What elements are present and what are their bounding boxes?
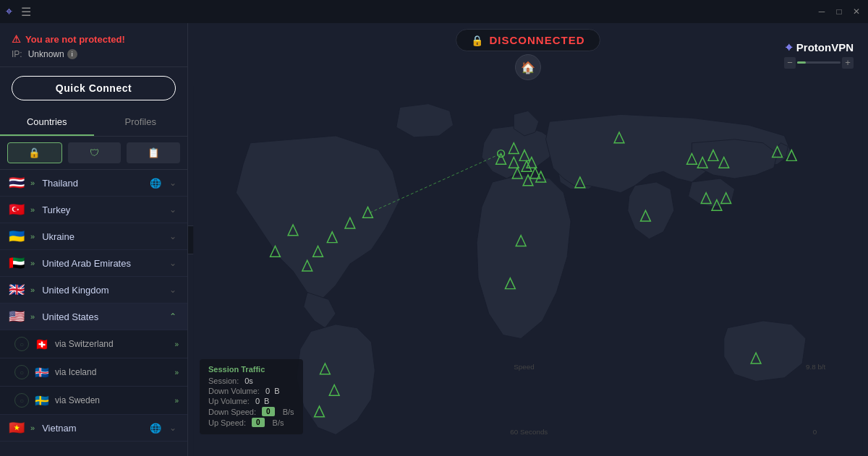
arrow-thailand: » [30,178,35,187]
tab-profiles[interactable]: Profiles [94,109,188,136]
chevron-uk: ⌄ [167,284,179,296]
titlebar: ⌖ ☰ ─ □ ✕ [0,0,868,23]
country-item-uk[interactable]: 🇬🇧 » United Kingdom ⌄ [0,277,187,304]
chevron-turkey: ⌄ [167,204,179,215]
stat-up-vol: Up Volume: 0 B [208,397,294,405]
arrow-uk: » [30,285,35,294]
map-area[interactable]: Speed 9.8 b/t 60 Seconds 0 Session Traff… [188,86,868,456]
stat-up-vol-label: Up Volume: [208,397,250,405]
stat-up-speed-unit: B/s [271,418,284,427]
via-arrow-is: » [174,369,179,377]
shield-filter-icon: 🛡 [90,147,99,158]
protonvpn-brand: ⌖ ProtonVPN − + [784,41,854,69]
stat-down-vol: Down Volume: 0 B [208,387,294,395]
chevron-uae: ⌄ [167,257,179,269]
zoom-controls: − + [784,57,854,69]
titlebar-controls: ─ □ ✕ [816,6,862,17]
country-item-ukraine[interactable]: 🇺🇦 » Ukraine ⌄ [0,223,187,250]
via-arrow-ch: » [174,340,179,348]
close-button[interactable]: ✕ [851,6,862,17]
sub-label-is: via Iceland [55,367,169,377]
svg-text:60 Seconds: 60 Seconds [510,428,548,436]
stat-down-speed-label: Down Speed: [208,408,256,416]
ip-info-icon[interactable]: i [67,49,77,59]
sub-item-us-ch[interactable]: ○ 🇨🇭 via Switzerland » [0,330,187,358]
svg-text:Speed: Speed [514,363,534,371]
ip-value: Unknown [28,49,64,59]
stat-up-speed-label: Up Speed: [208,418,246,427]
flag-turkey: 🇹🇷 [9,204,25,215]
hamburger-icon[interactable]: ☰ [21,5,31,19]
country-item-vietnam[interactable]: 🇻🇳 » Vietnam 🌐 ⌄ [0,415,187,442]
zoom-bar [797,61,841,64]
sub-label-se: via Sweden [55,395,169,405]
arrow-uae: » [30,259,35,267]
stat-session: Session: 0s [208,377,294,385]
stat-down-vol-value: 0 B [265,387,294,395]
country-name-vietnam: Vietnam [42,423,144,434]
proton-logo-icon: ⌖ [6,5,12,18]
arrow-turkey: » [30,205,35,214]
arrow-us: » [30,312,35,321]
country-name-uk: United Kingdom [42,285,161,296]
sub-item-us-is[interactable]: ○ 🇮🇸 via Iceland » [0,358,187,387]
quick-connect-button[interactable]: Quick Connect [12,76,176,100]
protection-status-text: You are not protected! [25,34,125,45]
zoom-out-button[interactable]: − [784,57,796,69]
zoom-fill [797,61,806,64]
country-item-us[interactable]: 🇺🇸 » United States ⌃ [0,304,187,330]
stats-title: Session Traffic [208,365,294,374]
flag-se: 🇸🇪 [35,394,49,408]
zoom-in-button[interactable]: + [842,57,854,69]
globe-icon-vietnam: 🌐 [150,422,161,434]
filter-server-button[interactable]: 📋 [127,142,180,163]
country-name-ukraine: Ukraine [42,231,161,242]
country-item-uae[interactable]: 🇦🇪 » United Arab Emirates ⌄ [0,250,187,277]
arrow-vietnam: » [30,423,35,432]
country-name-uae: United Arab Emirates [42,258,161,269]
arrow-ukraine: » [30,232,35,241]
ip-row: IP: Unknown i [12,49,176,59]
country-name-turkey: Turkey [42,205,161,215]
minimize-button[interactable]: ─ [816,6,827,17]
stat-down-speed: Down Speed: 0 B/s [208,407,294,416]
flag-ukraine: 🇺🇦 [9,231,25,242]
right-panel: ‹ 🔒 DISCONNECTED 🏠 ⌖ ProtonVPN − [188,23,868,456]
disconnected-badge: 🔒 DISCONNECTED [456,29,600,51]
chevron-us: ⌃ [167,311,179,322]
lock-filter-icon: 🔒 [28,147,41,158]
filter-secure-button[interactable]: 🔒 [7,142,62,163]
globe-icon-thailand: 🌐 [150,177,161,189]
circle-us-is: ○ [14,365,29,379]
chevron-thailand: ⌄ [167,177,179,189]
stat-down-speed-badge: 0 [262,407,275,416]
ip-label: IP: [12,49,22,59]
brand-text: ProtonVPN [796,41,854,53]
svg-text:0: 0 [813,428,817,436]
country-item-thailand[interactable]: 🇹🇭 » Thailand 🌐 ⌄ [0,170,187,197]
titlebar-menu: ⌖ ☰ [6,5,31,19]
circle-us-se: ○ [14,393,29,408]
flag-ch: 🇨🇭 [35,337,49,351]
chevron-ukraine: ⌄ [167,231,179,242]
filter-shield-button[interactable]: 🛡 [68,142,122,163]
home-button[interactable]: 🏠 [515,54,541,80]
maximize-button[interactable]: □ [833,6,845,17]
stat-down-speed-unit: B/s [281,408,294,416]
stat-up-speed: Up Speed: 0 B/s [208,418,294,427]
stat-session-label: Session: [208,377,239,385]
tab-countries[interactable]: Countries [0,109,94,136]
chevron-vietnam: ⌄ [167,422,179,434]
country-item-turkey[interactable]: 🇹🇷 » Turkey ⌄ [0,197,187,223]
stat-down-vol-label: Down Volume: [208,387,260,395]
connection-status-area: 🔒 DISCONNECTED 🏠 [456,29,600,80]
stat-up-speed-badge: 0 [252,418,265,427]
flag-us: 🇺🇸 [9,311,25,322]
flag-uk: 🇬🇧 [9,284,25,296]
protection-status: ⚠ You are not protected! [12,33,176,45]
stats-overlay: Session Traffic Session: 0s Down Volume:… [200,359,303,434]
sub-item-us-se[interactable]: ○ 🇸🇪 via Sweden » [0,387,187,415]
flag-thailand: 🇹🇭 [9,177,25,189]
brand-name: ⌖ ProtonVPN [786,41,854,54]
flag-is: 🇮🇸 [35,366,49,379]
